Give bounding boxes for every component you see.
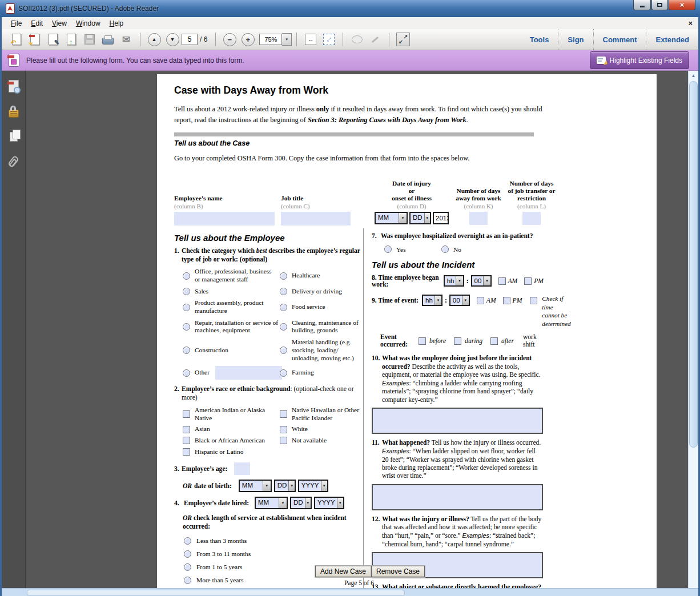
radio-hosp-yes[interactable] — [384, 245, 392, 253]
option-farming[interactable]: Farming — [280, 366, 372, 380]
option-3-11-months[interactable]: From 3 to 11 months — [184, 550, 363, 558]
vertical-scrollbar-thumb[interactable] — [689, 81, 698, 448]
checkbox-hispanic[interactable] — [183, 448, 190, 456]
checkbox-white[interactable] — [280, 426, 287, 433]
menu-window[interactable]: Window — [71, 18, 105, 29]
attachments-button[interactable] — [6, 154, 21, 169]
doing-before-incident-textarea[interactable] — [372, 408, 543, 434]
radio-food-service[interactable] — [280, 304, 287, 311]
option-native-hawaiian[interactable]: Native Hawaiian or Other Pacific Islande… — [280, 406, 372, 422]
checkbox-time-cannot-be-determined[interactable] — [530, 297, 537, 304]
close-button[interactable]: × — [669, 0, 695, 10]
option-less-3-months[interactable]: Less than 3 months — [184, 537, 363, 545]
other-category-input[interactable] — [215, 366, 282, 380]
dob-year-select[interactable]: YYYY▼ — [298, 480, 328, 492]
checkbox-not-available[interactable] — [280, 437, 287, 444]
menu-view[interactable]: View — [47, 18, 71, 29]
event-hour-select[interactable]: hh▼ — [422, 295, 442, 306]
radio-repair[interactable] — [183, 323, 190, 331]
page-number-input[interactable] — [182, 34, 198, 45]
radio-other[interactable] — [183, 369, 190, 377]
radio-material-handling[interactable] — [280, 347, 287, 354]
option-sales[interactable]: Sales — [183, 288, 280, 296]
checkbox-during-shift[interactable] — [454, 337, 461, 345]
began-minute-select[interactable]: 00▼ — [471, 275, 492, 287]
days-away-input[interactable] — [469, 212, 488, 225]
checkbox-began-pm[interactable] — [524, 277, 532, 285]
radio-product-assembly[interactable] — [183, 304, 190, 311]
add-new-case-button[interactable]: Add New Case — [315, 566, 371, 577]
option-white[interactable]: White — [280, 425, 372, 433]
sign-panel-button[interactable]: Sign — [558, 29, 593, 50]
option-product-assembly[interactable]: Product assembly, product manufacture — [183, 299, 280, 315]
radio-hosp-no[interactable] — [441, 245, 449, 253]
option-hosp-yes[interactable]: Yes — [384, 245, 441, 253]
radio-farming[interactable] — [280, 369, 287, 377]
option-other[interactable]: Other — [183, 366, 280, 380]
zoom-out-button[interactable]: − — [222, 32, 237, 47]
event-minute-select[interactable]: 00▼ — [449, 295, 470, 306]
horizontal-scrollbar[interactable] — [2, 588, 698, 596]
began-hour-select[interactable]: hh▼ — [444, 275, 464, 287]
radio-3-11-months[interactable] — [184, 550, 191, 558]
next-page-button[interactable]: ▼ — [165, 32, 180, 47]
radio-less-3-months[interactable] — [184, 537, 191, 545]
what-happened-textarea[interactable] — [372, 484, 543, 510]
injury-month-select[interactable]: MM▼ — [375, 212, 408, 224]
fill-sign-button[interactable]: ✎ — [46, 32, 61, 47]
create-pdf-button[interactable]: ★ — [27, 32, 42, 47]
cloud-upload-button[interactable]: ↑ — [64, 32, 79, 47]
zoom-level-value[interactable]: 75% — [259, 34, 282, 45]
checkbox-native-hawaiian[interactable] — [280, 410, 287, 418]
scroll-up-icon[interactable]: ▲ — [689, 71, 698, 80]
option-american-indian[interactable]: American Indian or Alaska Native — [183, 406, 280, 422]
extended-panel-button[interactable]: Extended — [646, 29, 698, 50]
annotate-pen-button[interactable] — [368, 32, 383, 47]
vertical-scrollbar[interactable]: ▲ — [688, 71, 698, 589]
checkbox-began-am[interactable] — [498, 277, 506, 285]
zoom-in-button[interactable]: + — [240, 32, 255, 47]
option-repair[interactable]: Repair, installation or service of machi… — [183, 319, 280, 335]
open-file-button[interactable]: ↶ — [9, 32, 24, 47]
checkbox-event-am[interactable] — [477, 297, 484, 304]
highlight-existing-fields-button[interactable]: Highlight Existing Fields — [590, 51, 689, 69]
checkbox-asian[interactable] — [183, 426, 190, 433]
option-delivery[interactable]: Delivery or driving — [280, 288, 372, 296]
security-settings-button[interactable] — [6, 104, 21, 119]
checkbox-event-pm[interactable] — [503, 297, 510, 304]
save-button[interactable] — [82, 32, 97, 47]
option-construction[interactable]: Construction — [183, 339, 280, 362]
maximize-button[interactable] — [651, 0, 668, 10]
option-material-handling[interactable]: Material handling (e.g. stocking, loadin… — [280, 339, 372, 362]
option-hosp-no[interactable]: No — [441, 245, 461, 253]
option-black[interactable]: Black or African American — [183, 437, 280, 445]
remove-case-button[interactable]: Remove Case — [371, 566, 425, 577]
checkbox-after-shift[interactable] — [490, 337, 498, 345]
radio-healthcare[interactable] — [280, 272, 287, 280]
hired-year-select[interactable]: YYYY▼ — [314, 497, 344, 509]
radio-sales[interactable] — [183, 288, 190, 295]
comment-panel-button[interactable]: Comment — [593, 29, 646, 50]
print-button[interactable] — [100, 32, 115, 47]
injury-year-input[interactable] — [433, 212, 449, 224]
fullscreen-button[interactable]: ↗↙ — [396, 32, 411, 47]
option-asian[interactable]: Asian — [183, 425, 280, 433]
comment-bubble-button[interactable] — [349, 32, 364, 47]
minimize-button[interactable] — [633, 0, 651, 10]
hired-month-select[interactable]: MM▼ — [255, 497, 288, 509]
employee-name-input[interactable] — [174, 212, 275, 225]
employee-age-input[interactable] — [234, 462, 250, 475]
menu-help[interactable]: Help — [105, 18, 128, 29]
radio-cleaning[interactable] — [280, 323, 287, 331]
previous-page-button[interactable]: ▲ — [147, 32, 162, 47]
tools-panel-button[interactable]: Tools — [521, 29, 558, 50]
fit-width-button[interactable]: ↔ — [303, 32, 318, 47]
option-office-staff[interactable]: Office, professional, business or manage… — [183, 268, 280, 283]
checkbox-american-indian[interactable] — [183, 410, 190, 418]
pages-panel-button[interactable] — [6, 129, 21, 144]
dob-day-select[interactable]: DD▼ — [274, 480, 296, 492]
radio-construction[interactable] — [183, 347, 190, 354]
job-title-input[interactable] — [281, 212, 351, 225]
checkbox-before-shift[interactable] — [419, 337, 426, 345]
menubar-close-icon[interactable]: × — [688, 19, 693, 27]
